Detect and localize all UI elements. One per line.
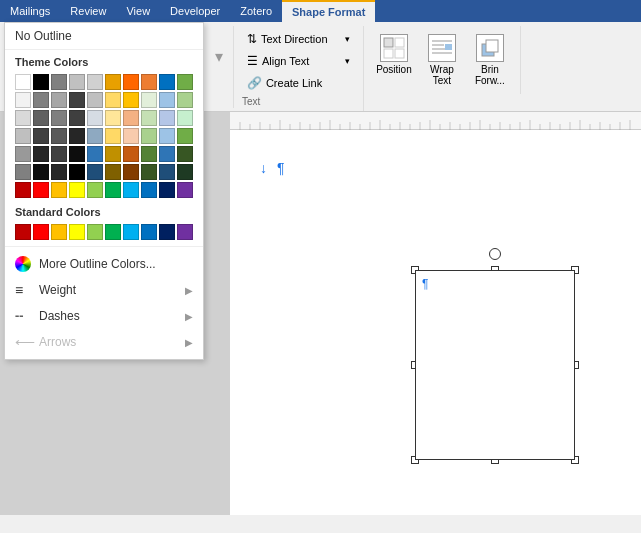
- theme-color-swatch[interactable]: [87, 182, 103, 198]
- theme-color-swatch[interactable]: [33, 164, 49, 180]
- theme-color-swatch[interactable]: [159, 182, 175, 198]
- tab-developer[interactable]: Developer: [160, 0, 230, 22]
- standard-color-swatch[interactable]: [51, 224, 67, 240]
- theme-color-swatch[interactable]: [15, 110, 31, 126]
- wrap-text-btn[interactable]: Wrap Text: [420, 30, 464, 90]
- theme-color-swatch[interactable]: [123, 110, 139, 126]
- standard-color-swatch[interactable]: [123, 224, 139, 240]
- theme-color-swatch[interactable]: [123, 164, 139, 180]
- standard-color-swatch[interactable]: [87, 224, 103, 240]
- theme-color-swatch[interactable]: [123, 182, 139, 198]
- tab-shape-format[interactable]: Shape Format: [282, 0, 375, 22]
- theme-color-swatch[interactable]: [87, 110, 103, 126]
- text-direction-btn[interactable]: ⇅ Text Direction ▾: [242, 28, 355, 50]
- theme-color-swatch[interactable]: [105, 110, 121, 126]
- position-btn[interactable]: Position: [372, 30, 416, 90]
- theme-color-swatch[interactable]: [15, 74, 31, 90]
- theme-color-swatch[interactable]: [69, 74, 85, 90]
- theme-color-swatch[interactable]: [33, 110, 49, 126]
- create-link-btn[interactable]: 🔗 Create Link: [242, 72, 355, 94]
- tab-view[interactable]: View: [116, 0, 160, 22]
- bring-forward-btn[interactable]: Brin Forw...: [468, 30, 512, 90]
- theme-color-swatch[interactable]: [141, 74, 157, 90]
- theme-color-swatch[interactable]: [15, 146, 31, 162]
- standard-color-swatch[interactable]: [15, 224, 31, 240]
- theme-color-swatch[interactable]: [15, 92, 31, 108]
- theme-color-swatch[interactable]: [159, 92, 175, 108]
- no-outline-option[interactable]: No Outline: [5, 23, 203, 50]
- theme-color-swatch[interactable]: [177, 92, 193, 108]
- theme-color-swatch[interactable]: [33, 74, 49, 90]
- theme-color-swatch[interactable]: [105, 146, 121, 162]
- theme-color-swatch[interactable]: [141, 110, 157, 126]
- theme-color-swatch[interactable]: [159, 164, 175, 180]
- theme-color-swatch[interactable]: [105, 164, 121, 180]
- theme-color-swatch[interactable]: [123, 128, 139, 144]
- theme-color-swatch[interactable]: [51, 182, 67, 198]
- theme-color-swatch[interactable]: [15, 182, 31, 198]
- tab-zotero[interactable]: Zotero: [230, 0, 282, 22]
- standard-color-swatch[interactable]: [33, 224, 49, 240]
- standard-color-swatch[interactable]: [159, 224, 175, 240]
- theme-color-swatch[interactable]: [87, 128, 103, 144]
- standard-color-swatch[interactable]: [177, 224, 193, 240]
- theme-color-swatch[interactable]: [177, 128, 193, 144]
- more-outline-colors-btn[interactable]: More Outline Colors...: [5, 251, 203, 277]
- theme-color-swatch[interactable]: [69, 92, 85, 108]
- theme-color-swatch[interactable]: [51, 128, 67, 144]
- rotate-handle[interactable]: [489, 248, 501, 260]
- theme-color-swatch[interactable]: [105, 128, 121, 144]
- theme-color-swatch[interactable]: [51, 110, 67, 126]
- theme-color-swatch[interactable]: [69, 128, 85, 144]
- text-outline-dropdown-icon[interactable]: ▾: [215, 47, 223, 66]
- theme-color-swatch[interactable]: [33, 146, 49, 162]
- theme-color-swatch[interactable]: [33, 182, 49, 198]
- theme-color-swatch[interactable]: [33, 128, 49, 144]
- theme-color-swatch[interactable]: [141, 182, 157, 198]
- document-area[interactable]: ↓ ¶ ¶: [230, 130, 641, 515]
- theme-color-swatch[interactable]: [51, 74, 67, 90]
- theme-color-swatch[interactable]: [177, 74, 193, 90]
- theme-color-swatch[interactable]: [51, 92, 67, 108]
- theme-color-swatch[interactable]: [69, 146, 85, 162]
- dashes-menu-item[interactable]: ╌ Dashes ▶: [5, 303, 203, 329]
- tab-mailings[interactable]: Mailings: [0, 0, 60, 22]
- theme-color-swatch[interactable]: [123, 92, 139, 108]
- standard-color-swatch[interactable]: [141, 224, 157, 240]
- theme-color-swatch[interactable]: [69, 164, 85, 180]
- text-box[interactable]: ¶: [415, 270, 575, 460]
- standard-color-swatch[interactable]: [105, 224, 121, 240]
- theme-color-swatch[interactable]: [159, 146, 175, 162]
- theme-color-swatch[interactable]: [15, 128, 31, 144]
- theme-color-swatch[interactable]: [141, 128, 157, 144]
- theme-color-swatch[interactable]: [87, 92, 103, 108]
- theme-color-swatch[interactable]: [141, 146, 157, 162]
- theme-color-swatch[interactable]: [15, 164, 31, 180]
- theme-color-swatch[interactable]: [177, 146, 193, 162]
- theme-color-swatch[interactable]: [105, 182, 121, 198]
- theme-color-swatch[interactable]: [87, 74, 103, 90]
- theme-color-swatch[interactable]: [177, 182, 193, 198]
- theme-color-swatch[interactable]: [105, 74, 121, 90]
- align-text-btn[interactable]: ☰ Align Text ▾: [242, 50, 355, 72]
- theme-color-swatch[interactable]: [105, 92, 121, 108]
- theme-color-swatch[interactable]: [159, 128, 175, 144]
- theme-color-swatch[interactable]: [69, 182, 85, 198]
- theme-color-swatch[interactable]: [177, 164, 193, 180]
- theme-color-swatch[interactable]: [69, 110, 85, 126]
- theme-color-swatch[interactable]: [51, 164, 67, 180]
- theme-color-swatch[interactable]: [159, 110, 175, 126]
- theme-color-swatch[interactable]: [141, 92, 157, 108]
- weight-menu-item[interactable]: ≡ Weight ▶: [5, 277, 203, 303]
- theme-color-swatch[interactable]: [51, 146, 67, 162]
- theme-color-swatch[interactable]: [123, 146, 139, 162]
- theme-color-swatch[interactable]: [87, 164, 103, 180]
- theme-color-swatch[interactable]: [141, 164, 157, 180]
- tab-review[interactable]: Review: [60, 0, 116, 22]
- theme-color-swatch[interactable]: [87, 146, 103, 162]
- standard-color-swatch[interactable]: [69, 224, 85, 240]
- theme-color-swatch[interactable]: [159, 74, 175, 90]
- theme-color-swatch[interactable]: [123, 74, 139, 90]
- theme-color-swatch[interactable]: [33, 92, 49, 108]
- theme-color-swatch[interactable]: [177, 110, 193, 126]
